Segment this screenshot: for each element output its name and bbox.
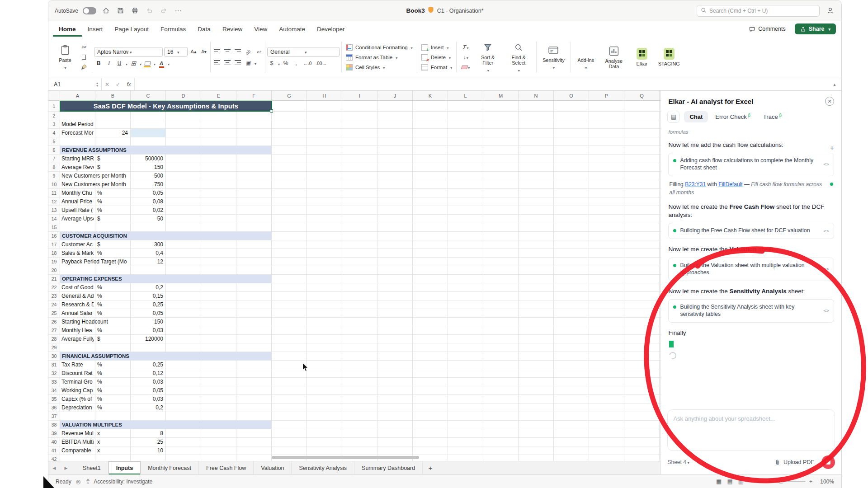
sheet-tab-valuation[interactable]: Valuation — [254, 461, 292, 474]
zoom-level[interactable]: 100% — [818, 479, 834, 485]
add-ins-button[interactable]: Add-ins — [575, 43, 597, 71]
panel-tab-trace[interactable]: Traceβ — [758, 111, 787, 122]
zoom-out-icon[interactable] — [749, 479, 752, 485]
add-sheet-button[interactable] — [423, 461, 438, 474]
cell-styles-button[interactable]: Cell Styles — [344, 63, 415, 71]
column-header-h[interactable]: H — [307, 91, 342, 100]
row-header-31[interactable]: 31 — [48, 361, 60, 369]
macro-record-icon[interactable] — [76, 479, 80, 485]
decrease-decimal-button[interactable]: .00→ — [314, 59, 328, 68]
tool-activity-card[interactable]: Building the Valuation sheet with multip… — [668, 258, 834, 281]
code-icon[interactable] — [823, 161, 829, 168]
percent-format-button[interactable]: % — [281, 59, 290, 68]
ribbon-tab-automate[interactable]: Automate — [273, 21, 311, 37]
profile-icon[interactable] — [825, 6, 835, 16]
undo-icon[interactable] — [144, 6, 154, 16]
stop-generation-button[interactable] — [821, 455, 835, 469]
collapse-ribbon-icon[interactable] — [828, 82, 841, 87]
row-header-40[interactable]: 40 — [48, 438, 60, 446]
column-header-d[interactable]: D — [166, 91, 201, 100]
row-header-39[interactable]: 39 — [48, 429, 60, 437]
sort-filter-button[interactable]: Sort & Filter — [474, 40, 502, 74]
column-header-p[interactable]: P — [589, 91, 624, 100]
zoom-slider-knob[interactable] — [778, 479, 783, 484]
panel-tab-error-check[interactable]: Error Checkβ — [710, 111, 756, 122]
number-format-select[interactable]: General — [267, 47, 340, 57]
conditional-formatting-button[interactable]: Conditional Formatting — [344, 43, 415, 52]
row-header-1[interactable]: 1 — [48, 101, 60, 111]
sheet-tab-inputs[interactable]: Inputs — [108, 461, 141, 474]
autosum-button[interactable] — [460, 43, 471, 52]
font-color-button[interactable] — [157, 59, 166, 68]
page-layout-view-icon[interactable] — [727, 478, 732, 485]
align-bottom-button[interactable] — [233, 47, 242, 56]
print-icon[interactable] — [130, 6, 140, 16]
fill-color-dropdown-icon[interactable] — [153, 59, 156, 67]
column-header-o[interactable]: O — [554, 91, 589, 100]
align-left-button[interactable] — [212, 58, 222, 67]
increase-font-size-button[interactable] — [189, 47, 198, 56]
row-header-17[interactable]: 17 — [48, 240, 60, 249]
fill-button[interactable] — [460, 53, 471, 61]
row-header-29[interactable]: 29 — [48, 343, 60, 352]
row-header-26[interactable]: 26 — [48, 318, 60, 326]
column-header-b[interactable]: B — [95, 91, 131, 100]
panel-tab-chat[interactable]: Chat — [684, 111, 708, 122]
more-commands-icon[interactable] — [173, 6, 183, 16]
select-all-corner[interactable] — [48, 91, 60, 100]
row-header-38[interactable]: 38 — [48, 421, 60, 429]
row-header-24[interactable]: 24 — [48, 300, 60, 309]
row-header-32[interactable]: 32 — [48, 369, 60, 377]
formula-input[interactable] — [134, 78, 828, 90]
code-icon[interactable] — [823, 266, 829, 272]
bold-button[interactable]: B — [94, 59, 103, 68]
align-middle-button[interactable] — [223, 47, 232, 56]
font-size-select[interactable]: 16 — [164, 47, 188, 57]
ribbon-tab-insert[interactable]: Insert — [82, 21, 109, 37]
row-header-30[interactable]: 30 — [48, 352, 60, 360]
row-header-9[interactable]: 9 — [48, 172, 60, 180]
sheet-nav-right-icon[interactable] — [60, 461, 72, 474]
comments-button[interactable]: Comments — [744, 24, 790, 34]
upload-pdf-button[interactable]: Upload PDF — [774, 459, 814, 465]
row-header-10[interactable]: 10 — [48, 180, 60, 188]
context-sheet-selector[interactable]: Sheet 4 — [667, 459, 689, 465]
borders-button[interactable] — [129, 59, 138, 68]
ribbon-tab-data[interactable]: Data — [192, 21, 217, 37]
row-header-5[interactable]: 5 — [48, 137, 60, 145]
row-header-23[interactable]: 23 — [48, 292, 60, 300]
wrap-text-button[interactable] — [254, 47, 263, 56]
cut-button[interactable] — [79, 43, 88, 52]
confirm-entry-icon[interactable] — [113, 78, 123, 90]
row-header-20[interactable]: 20 — [48, 266, 60, 274]
row-header-13[interactable]: 13 — [48, 206, 60, 214]
format-cells-button[interactable]: Format — [419, 63, 454, 71]
staging-addin-button[interactable]: STAGING — [656, 47, 682, 68]
tool-name-link[interactable]: FillDefault — [718, 181, 742, 188]
chat-input[interactable] — [667, 409, 835, 451]
sheet-tab-free-cash-flow[interactable]: Free Cash Flow — [199, 461, 254, 474]
row-header-41[interactable]: 41 — [48, 446, 60, 455]
new-chat-icon[interactable] — [830, 144, 834, 152]
row-header-8[interactable]: 8 — [48, 163, 60, 171]
ribbon-tab-review[interactable]: Review — [217, 21, 248, 37]
currency-format-button[interactable]: $ — [267, 59, 276, 68]
merge-dropdown-icon[interactable] — [254, 59, 256, 67]
row-header-21[interactable]: 21 — [48, 275, 60, 283]
insert-cells-button[interactable]: Insert — [419, 43, 454, 52]
row-header-28[interactable]: 28 — [48, 335, 60, 343]
code-icon[interactable] — [823, 308, 829, 314]
row-header-25[interactable]: 25 — [48, 309, 60, 317]
column-header-l[interactable]: L — [448, 91, 483, 100]
sheet-tab-sheet1[interactable]: Sheet1 — [75, 461, 108, 474]
cell-range-link[interactable]: B23:Y31 — [685, 181, 706, 188]
column-header-g[interactable]: G — [272, 91, 307, 100]
column-header-q[interactable]: Q — [624, 91, 660, 100]
find-select-button[interactable]: Find & Select — [505, 40, 533, 74]
copy-button[interactable] — [79, 53, 88, 61]
ribbon-tab-view[interactable]: View — [248, 21, 273, 37]
row-header-2[interactable]: 2 — [48, 112, 60, 120]
column-header-e[interactable]: E — [201, 91, 236, 100]
fill-color-button[interactable] — [143, 59, 152, 68]
model-title-cell[interactable]: SaaS DCF Model - Key Assumptions & Input… — [60, 101, 272, 111]
